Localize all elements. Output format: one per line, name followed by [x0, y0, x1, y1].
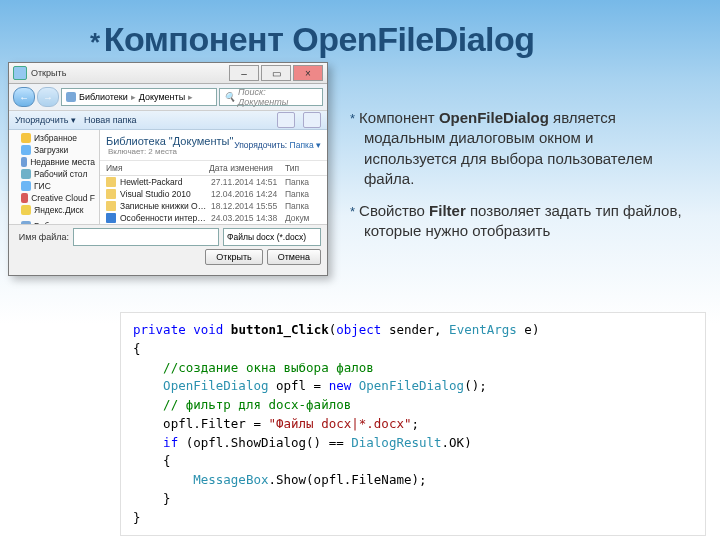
nav-pane: Избранное Загрузки Недавние места Рабочи… [9, 130, 100, 224]
minimize-button[interactable]: – [229, 65, 259, 81]
nav-item-label: Creative Cloud F [31, 193, 95, 203]
organize-button[interactable]: Упорядочить ▾ [15, 115, 76, 125]
recent-icon [21, 157, 27, 167]
slide-title: *Компонент OpenFileDialog [90, 20, 535, 59]
col-date[interactable]: Дата изменения [209, 163, 279, 173]
breadcrumb-a: Библиотеки [79, 92, 128, 102]
cloud-icon [21, 193, 28, 203]
col-name[interactable]: Имя [106, 163, 203, 173]
file-row[interactable]: Особенности интерфейса лекция2.docx24.03… [100, 212, 327, 224]
search-placeholder: Поиск: Документы [238, 87, 318, 107]
file-type: Папка [285, 177, 321, 187]
file-date: 27.11.2014 14:51 [211, 177, 281, 187]
file-type: Докум [285, 213, 321, 223]
library-sub: Включает: 2 места [108, 147, 233, 156]
bullet-2: *Свойство Filter позволяет задать тип фа… [350, 201, 690, 242]
filter-combo[interactable]: Файлы docx (*.docx) [223, 228, 321, 246]
file-list-pane: Библиотека "Документы" Включает: 2 места… [100, 130, 327, 224]
filename-label: Имя файла: [15, 232, 69, 242]
dialog-toolbar: Упорядочить ▾ Новая папка [9, 111, 327, 130]
nav-downloads[interactable]: Загрузки [13, 144, 95, 156]
view-button[interactable] [277, 112, 295, 128]
address-bar: ← → Библиотеки ▸ Документы ▸ 🔍 Поиск: До… [9, 84, 327, 111]
col-type[interactable]: Тип [285, 163, 321, 173]
nav-desktop[interactable]: Рабочий стол [13, 168, 95, 180]
disk-icon [21, 205, 31, 215]
nav-fav-label: Избранное [34, 133, 77, 143]
file-row[interactable]: Hewlett-Packard27.11.2014 14:51Папка [100, 176, 327, 188]
nav-item-label: Яндекс.Диск [34, 205, 83, 215]
folder-icon [66, 92, 76, 102]
file-date: 12.04.2016 14:24 [211, 189, 281, 199]
file-icon [106, 201, 116, 211]
title-text: Компонент OpenFileDialog [104, 20, 535, 58]
breadcrumb[interactable]: Библиотеки ▸ Документы ▸ [61, 88, 217, 106]
forward-button[interactable]: → [37, 87, 59, 107]
file-name: Visual Studio 2010 [120, 189, 207, 199]
nav-item-label: Недавние места [30, 157, 95, 167]
code-block: private void button1_Click(object sender… [120, 312, 706, 536]
filename-input[interactable] [73, 228, 219, 246]
file-row[interactable]: Visual Studio 201012.04.2016 14:24Папка [100, 188, 327, 200]
search-input[interactable]: 🔍 Поиск: Документы [219, 88, 323, 106]
folder-icon [21, 181, 31, 191]
column-headers[interactable]: Имя Дата изменения Тип [100, 161, 327, 176]
nav-favorites[interactable]: Избранное [13, 132, 95, 144]
bullet-star-icon: * [350, 204, 355, 219]
file-type: Папка [285, 201, 321, 211]
file-name: Записные книжки OneNote [120, 201, 207, 211]
file-icon [106, 177, 116, 187]
library-header: Библиотека "Документы" Включает: 2 места… [100, 130, 327, 161]
dialog-footer: Имя файла: Файлы docx (*.docx) Открыть О… [9, 224, 327, 275]
dialog-icon [13, 66, 27, 80]
nav-item-label: Загрузки [34, 145, 68, 155]
nav-ccf[interactable]: Creative Cloud F [13, 192, 95, 204]
nav-yandex[interactable]: Яндекс.Диск [13, 204, 95, 216]
filter-value: Файлы docx (*.docx) [227, 232, 306, 242]
back-button[interactable]: ← [13, 87, 35, 107]
slide-bullets: *Компонент OpenFileDialog является модал… [350, 108, 690, 254]
nav-recent[interactable]: Недавние места [13, 156, 95, 168]
nav-item-label: ГИС [34, 181, 51, 191]
close-button[interactable]: × [293, 65, 323, 81]
file-list: Hewlett-Packard27.11.2014 14:51ПапкаVisu… [100, 176, 327, 224]
file-name: Hewlett-Packard [120, 177, 207, 187]
bullet-1: *Компонент OpenFileDialog является модал… [350, 108, 690, 189]
file-date: 18.12.2014 15:55 [211, 201, 281, 211]
maximize-button[interactable]: ▭ [261, 65, 291, 81]
file-date: 24.03.2015 14:38 [211, 213, 281, 223]
title-star: * [90, 27, 100, 57]
dialog-titlebar: Открыть – ▭ × [9, 63, 327, 84]
arrange-by[interactable]: Упорядочить: Папка ▾ [234, 140, 321, 150]
file-row[interactable]: Записные книжки OneNote18.12.2014 15:55П… [100, 200, 327, 212]
nav-item-label: Рабочий стол [34, 169, 87, 179]
library-title: Библиотека "Документы" [106, 135, 233, 147]
download-icon [21, 145, 31, 155]
nav-gis[interactable]: ГИС [13, 180, 95, 192]
cancel-button[interactable]: Отмена [267, 249, 321, 265]
file-icon [106, 213, 116, 223]
file-name: Особенности интерфейса лекция2.docx [120, 213, 207, 223]
search-icon: 🔍 [224, 92, 235, 102]
help-button[interactable] [303, 112, 321, 128]
star-icon [21, 133, 31, 143]
file-icon [106, 189, 116, 199]
open-file-dialog: Открыть – ▭ × ← → Библиотеки ▸ Документы… [8, 62, 328, 276]
breadcrumb-b: Документы [139, 92, 185, 102]
file-type: Папка [285, 189, 321, 199]
new-folder-button[interactable]: Новая папка [84, 115, 136, 125]
open-button[interactable]: Открыть [205, 249, 262, 265]
bullet-star-icon: * [350, 111, 355, 126]
dialog-title: Открыть [31, 68, 66, 78]
desktop-icon [21, 169, 31, 179]
